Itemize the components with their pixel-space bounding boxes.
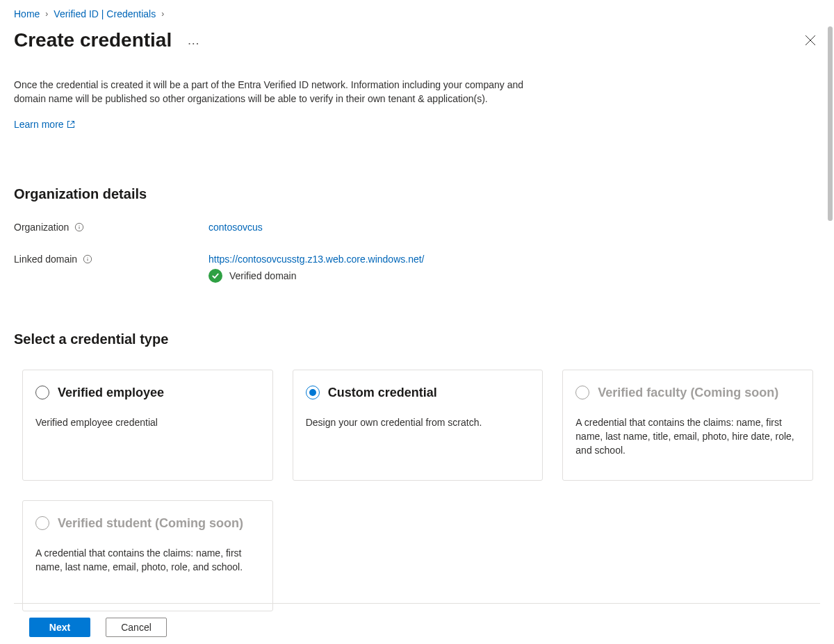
- credential-card-verified-employee[interactable]: Verified employeeVerified employee crede…: [22, 370, 273, 481]
- info-icon[interactable]: [74, 222, 84, 232]
- learn-more-label: Learn more: [14, 119, 64, 130]
- credential-type-grid: Verified employeeVerified employee crede…: [14, 370, 813, 611]
- organization-label-text: Organization: [14, 222, 69, 233]
- chevron-right-icon: ›: [161, 9, 164, 19]
- external-link-icon: [67, 120, 75, 129]
- linked-domain-label-text: Linked domain: [14, 254, 77, 265]
- radio-verified-student: [35, 516, 49, 530]
- verified-domain-row: Verified domain: [208, 269, 820, 283]
- linked-domain-label: Linked domain: [14, 254, 208, 265]
- cancel-button[interactable]: Cancel: [106, 618, 167, 637]
- breadcrumb-home[interactable]: Home: [14, 8, 40, 19]
- card-title: Verified student (Coming soon): [58, 516, 243, 531]
- learn-more-link[interactable]: Learn more: [14, 119, 75, 130]
- close-button[interactable]: [801, 31, 820, 50]
- card-description: Design your own credential from scratch.: [306, 415, 530, 429]
- card-head: Verified student (Coming soon): [35, 516, 260, 531]
- card-title: Verified faculty (Coming soon): [598, 386, 778, 400]
- card-head: Verified faculty (Coming soon): [575, 386, 800, 400]
- select-type-heading: Select a credential type: [14, 331, 820, 347]
- card-description: A credential that contains the claims: n…: [575, 415, 800, 458]
- credential-card-custom-credential[interactable]: Custom credentialDesign your own credent…: [293, 370, 543, 481]
- intro-text: Once the credential is created it will b…: [14, 78, 556, 106]
- svg-point-4: [79, 224, 80, 225]
- card-title: Custom credential: [328, 386, 437, 400]
- card-head: Verified employee: [35, 386, 260, 400]
- linked-domain-value-link[interactable]: https://contosovcusstg.z13.web.core.wind…: [208, 254, 425, 265]
- verified-check-icon: [208, 269, 222, 283]
- scrollbar-track[interactable]: [826, 26, 834, 644]
- title-row: Create credential …: [14, 29, 820, 51]
- radio-verified-employee[interactable]: [35, 386, 49, 399]
- info-icon[interactable]: [83, 254, 92, 264]
- card-title: Verified employee: [58, 386, 164, 400]
- next-button[interactable]: Next: [29, 618, 90, 637]
- verified-domain-text: Verified domain: [229, 270, 297, 281]
- radio-custom-credential[interactable]: [306, 386, 320, 399]
- scrollbar-thumb[interactable]: [828, 26, 833, 221]
- svg-point-7: [88, 256, 88, 257]
- breadcrumb-verified-id[interactable]: Verified ID | Credentials: [54, 8, 156, 19]
- card-description: Verified employee credential: [35, 415, 260, 429]
- close-icon: [805, 35, 816, 46]
- chevron-right-icon: ›: [45, 9, 48, 19]
- organization-label: Organization: [14, 222, 208, 233]
- card-head: Custom credential: [306, 386, 530, 400]
- credential-card-verified-student: Verified student (Coming soon)A credenti…: [22, 500, 273, 611]
- org-details-heading: Organization details: [14, 186, 820, 202]
- organization-value-link[interactable]: contosovcus: [208, 222, 263, 233]
- page-title: Create credential: [14, 29, 172, 51]
- credential-card-verified-faculty: Verified faculty (Coming soon)A credenti…: [562, 370, 813, 481]
- breadcrumb: Home › Verified ID | Credentials ›: [14, 8, 820, 19]
- radio-verified-faculty: [575, 386, 589, 399]
- card-description: A credential that contains the claims: n…: [35, 546, 260, 575]
- more-actions-button[interactable]: …: [184, 31, 204, 49]
- footer-actions: Next Cancel: [14, 603, 820, 637]
